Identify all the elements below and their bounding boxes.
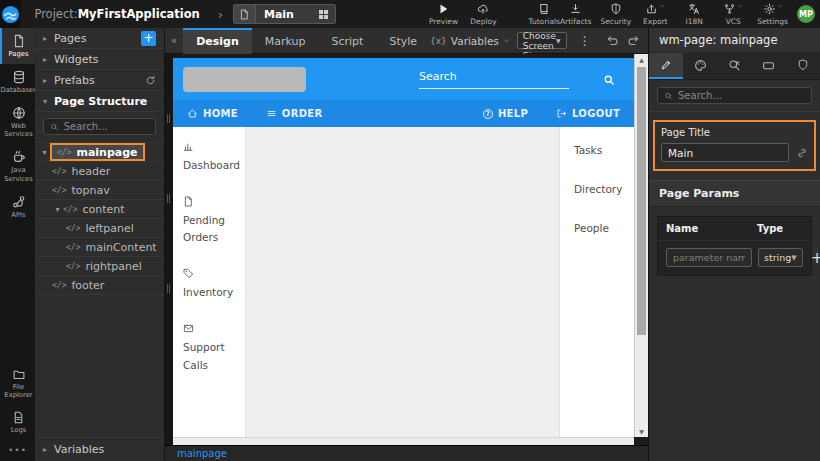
menu-item-inventory[interactable]: Inventory <box>183 266 239 302</box>
cloud-upload-icon <box>476 3 490 15</box>
params-header-row: Name Type <box>658 217 811 241</box>
rail-label: APIs <box>11 211 25 220</box>
tab-script[interactable]: Script <box>319 28 377 54</box>
tab-events[interactable] <box>717 53 751 79</box>
section-prefabs[interactable]: ▸ Prefabs <box>35 70 164 91</box>
tab-styles[interactable] <box>683 53 717 79</box>
preview-button[interactable]: Preview <box>428 3 458 26</box>
grid-view-icon[interactable] <box>319 10 328 19</box>
scroll-up-icon[interactable]: ▲ <box>635 56 648 63</box>
settings-button[interactable]: Settings <box>757 3 788 26</box>
properties-search-input[interactable] <box>678 90 805 101</box>
user-avatar[interactable]: MP <box>797 5 815 23</box>
bottom-page-tab[interactable]: mainpage <box>177 448 227 459</box>
properties-search <box>657 87 812 104</box>
undo-button[interactable] <box>602 34 623 47</box>
tab-security[interactable] <box>786 53 820 79</box>
vcs-button[interactable]: VCS <box>718 3 748 26</box>
file-icon <box>183 196 194 207</box>
menu-item-support-calls[interactable]: Support Calls <box>183 321 239 375</box>
scrollbar-thumb[interactable] <box>637 67 646 335</box>
preview-navbar: HOME ORDER ? HELP LOGOUT <box>173 100 634 127</box>
tab-markup[interactable]: Markup <box>252 28 319 54</box>
rail-item-logs[interactable]: Logs <box>0 405 35 440</box>
open-page-tab[interactable]: Main <box>233 4 337 24</box>
settings-label: Settings <box>757 17 788 26</box>
tree-node-header[interactable]: </> header <box>35 162 164 181</box>
right-item-people[interactable]: People <box>574 222 634 234</box>
nav-home[interactable]: HOME <box>187 108 238 119</box>
export-button[interactable]: Export <box>640 3 670 26</box>
logout-icon <box>556 108 567 119</box>
tree-node-rightpanel[interactable]: </> rightpanel <box>35 257 164 276</box>
menu-item-pending-orders[interactable]: Pending Orders <box>183 194 239 248</box>
param-name-input[interactable] <box>666 248 752 267</box>
project-breadcrumb: Project:MyFirstApplication <box>34 7 199 21</box>
structure-search-input[interactable] <box>64 121 149 132</box>
param-type-select[interactable]: string ▼ <box>758 248 803 267</box>
tree-node-label: content <box>82 203 124 216</box>
rail-more-button[interactable]: ••• <box>0 440 35 461</box>
caret-down-icon: ▾ <box>39 148 50 157</box>
rail-item-apis[interactable]: APIs <box>0 189 35 225</box>
project-label: Project: <box>34 7 77 21</box>
i18n-button[interactable]: I18N <box>679 3 709 26</box>
search-icon[interactable] <box>603 74 615 86</box>
tree-node-maincontent[interactable]: </> mainContent <box>35 238 164 257</box>
scroll-down-icon[interactable]: ▼ <box>635 428 648 435</box>
security-button[interactable]: Security <box>600 3 631 26</box>
tree-node-content[interactable]: ▾ </> content <box>35 200 164 219</box>
breadcrumb-chevron-icon: › <box>218 7 223 22</box>
right-item-directory[interactable]: Directory <box>574 183 634 195</box>
deploy-button[interactable]: Deploy <box>468 3 498 26</box>
selected-node-highlight: </> mainpage <box>50 143 145 161</box>
rail-item-databases[interactable]: Databases <box>0 64 35 100</box>
add-page-button[interactable]: + <box>141 31 156 46</box>
tree-node-leftpanel[interactable]: </> leftpanel <box>35 219 164 238</box>
page-structure-tree: ▾ </> mainpage </> header </> topnav ▾ <… <box>35 143 164 437</box>
artifacts-button[interactable]: Artifacts <box>560 3 591 26</box>
tab-devices[interactable] <box>752 53 786 79</box>
add-param-button[interactable]: + <box>809 249 820 267</box>
menu-item-dashboard[interactable]: Dashboard <box>183 139 239 175</box>
kebab-menu-icon[interactable]: ⋮ <box>574 34 596 48</box>
export-label: Export <box>643 17 668 26</box>
rail-item-pages[interactable]: Pages <box>0 28 35 64</box>
tab-style[interactable]: Style <box>376 28 430 54</box>
caret-down-icon: ▾ <box>52 205 63 214</box>
link-icon[interactable] <box>796 147 808 159</box>
rail-item-file-explorer[interactable]: File Explorer <box>0 362 35 406</box>
tab-design[interactable]: Design <box>183 28 252 54</box>
tree-node-topnav[interactable]: </> topnav <box>35 181 164 200</box>
rail-item-web-services[interactable]: Web Services <box>0 100 35 145</box>
tree-node-footer[interactable]: </> footer <box>35 276 164 295</box>
tree-node-mainpage[interactable]: ▾ </> mainpage <box>35 143 164 162</box>
search-icon <box>664 91 673 101</box>
variables-dropdown[interactable]: {x} Variables <box>430 35 510 47</box>
section-page-structure[interactable]: ▾ Page Structure <box>35 91 164 112</box>
tab-properties[interactable] <box>649 53 683 79</box>
preview-search[interactable]: Search <box>419 70 624 89</box>
api-icon <box>12 195 26 209</box>
canvas-horizontal-scrollbar[interactable] <box>173 437 634 445</box>
wavemaker-logo[interactable] <box>0 0 21 28</box>
right-item-tasks[interactable]: Tasks <box>574 144 634 156</box>
preview-main-content[interactable] <box>245 127 560 437</box>
page-params-table: Name Type string ▼ + <box>657 216 812 276</box>
palette-icon <box>694 59 707 72</box>
collapse-left-icon[interactable]: « <box>165 35 183 46</box>
page-title-input[interactable] <box>661 143 789 162</box>
preview-search-field[interactable]: Search <box>419 70 569 89</box>
tutorials-button[interactable]: Tutorials <box>528 3 559 26</box>
refresh-icon[interactable] <box>145 75 156 86</box>
section-widgets[interactable]: ▸ Widgets <box>35 49 164 70</box>
nav-help[interactable]: ? HELP <box>483 108 528 119</box>
section-pages[interactable]: ▸ Pages + <box>35 28 164 49</box>
screen-size-select[interactable]: – Choose Screen Size – ▼ <box>517 32 567 49</box>
nav-logout[interactable]: LOGOUT <box>556 108 620 119</box>
redo-button[interactable] <box>623 34 644 47</box>
section-variables[interactable]: ▸ Variables <box>35 437 164 461</box>
nav-order[interactable]: ORDER <box>266 108 323 119</box>
canvas-vertical-scrollbar[interactable]: ▲ ▼ <box>634 54 648 437</box>
rail-item-java-services[interactable]: Java Services <box>0 144 35 189</box>
